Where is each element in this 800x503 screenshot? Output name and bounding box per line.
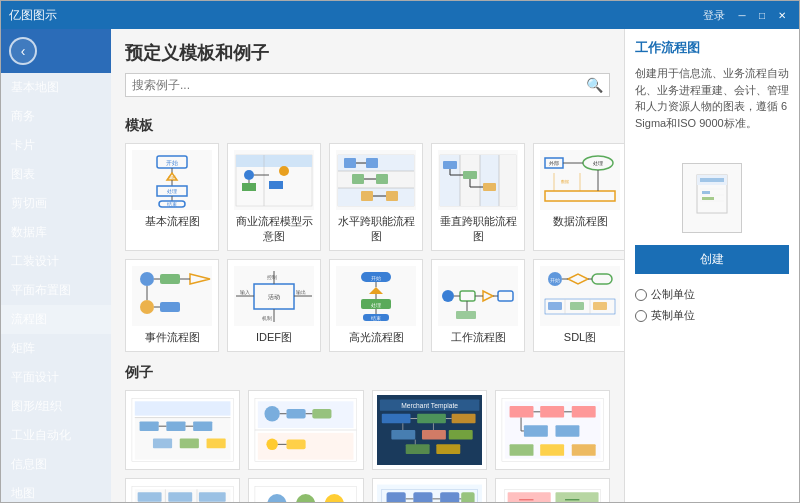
svg-rect-137 — [381, 414, 410, 424]
close-button[interactable]: ✕ — [773, 7, 791, 23]
svg-rect-66 — [160, 302, 180, 312]
sidebar-item-basic[interactable]: 基本地图 — [1, 73, 111, 102]
sidebar-item-org[interactable]: 图形/组织 — [1, 392, 111, 421]
sidebar-item-db[interactable]: 数据库 — [1, 218, 111, 247]
svg-marker-62 — [190, 274, 210, 284]
imperial-unit-option[interactable]: 英制单位 — [635, 305, 789, 326]
svg-rect-158 — [555, 425, 579, 436]
center-panel: 预定义模板和例子 🔍 模板 开始 — [111, 29, 624, 502]
login-link[interactable]: 登录 — [703, 8, 725, 23]
sidebar-item-map[interactable]: 地图 — [1, 479, 111, 502]
example-item-2[interactable] — [248, 390, 363, 470]
template-data-flow[interactable]: 外部 处理 数据 数据流程图 — [533, 143, 624, 251]
title-bar: 亿图图示 登录 ─ □ ✕ — [1, 1, 799, 29]
right-panel-description: 创建用于信息流、业务流程自动化、业务进程重建、会计、管理和人力资源人物的图表，遵… — [635, 65, 789, 131]
svg-text:外部: 外部 — [549, 160, 559, 166]
sidebar-item-card[interactable]: 卡片 — [1, 131, 111, 160]
template-swim-h[interactable]: 水平跨职能流程图 — [329, 143, 423, 251]
svg-rect-170 — [138, 492, 162, 502]
sidebar-item-business[interactable]: 商务 — [1, 102, 111, 131]
svg-rect-163 — [572, 444, 596, 455]
svg-rect-17 — [269, 181, 283, 189]
sidebar-item-fashion[interactable]: 工装设计 — [1, 247, 111, 276]
example-item-3[interactable]: Merchant Template — [372, 390, 487, 470]
svg-marker-100 — [568, 274, 588, 284]
metric-unit-option[interactable]: 公制单位 — [635, 284, 789, 305]
svg-rect-45 — [483, 183, 496, 191]
sidebar-item-clip[interactable]: 剪切画 — [1, 189, 111, 218]
svg-rect-281 — [702, 191, 710, 194]
template-biz-flow[interactable]: 商业流程模型示意图 — [227, 143, 321, 251]
sidebar: ‹ 基本地图 商务 卡片 图表 剪切画 数据库 工装设计 平面布置图 流程图 矩… — [1, 29, 111, 502]
template-work-flow[interactable]: 工作流程图 — [431, 259, 525, 352]
back-button[interactable]: ‹ — [9, 37, 37, 65]
imperial-label: 英制单位 — [651, 308, 695, 323]
svg-rect-162 — [540, 444, 564, 455]
svg-text:处理: 处理 — [371, 302, 381, 308]
svg-point-126 — [265, 406, 280, 421]
right-panel-title: 工作流程图 — [635, 39, 789, 57]
svg-rect-193 — [386, 492, 405, 502]
svg-rect-44 — [463, 171, 477, 179]
template-thumb-event-flow — [132, 266, 212, 326]
example-item-6[interactable] — [248, 478, 363, 502]
template-event-flow[interactable]: 事件流程图 — [125, 259, 219, 352]
template-thumb-biz — [234, 150, 314, 210]
svg-rect-29 — [352, 174, 364, 184]
svg-rect-195 — [440, 492, 459, 502]
search-input[interactable] — [132, 78, 582, 92]
example-item-8[interactable] — [495, 478, 610, 502]
right-panel: 工作流程图 创建用于信息流、业务流程自动化、业务进程重建、会计、管理和人力资源人… — [624, 29, 799, 502]
svg-rect-23 — [338, 188, 414, 206]
sidebar-item-industrial[interactable]: 工业自动化 — [1, 421, 111, 450]
svg-text:输入: 输入 — [240, 289, 250, 295]
sidebar-item-floor[interactable]: 平面布置图 — [1, 276, 111, 305]
example-item-4[interactable] — [495, 390, 610, 470]
template-thumb-basic: 开始 判断 处理 结束 — [132, 150, 212, 210]
sidebar-item-chart[interactable]: 图表 — [1, 160, 111, 189]
unit-options: 公制单位 英制单位 — [635, 284, 789, 326]
svg-text:活动: 活动 — [268, 294, 280, 300]
svg-rect-15 — [242, 183, 256, 191]
template-thumb-swim-h — [336, 150, 416, 210]
sidebar-item-graphic[interactable]: 平面设计 — [1, 363, 111, 392]
template-idef[interactable]: 活动 输入 输出 控制 机制 IDEF图 — [227, 259, 321, 352]
svg-rect-128 — [313, 409, 332, 419]
svg-rect-107 — [548, 302, 562, 310]
example-thumb-1 — [130, 395, 235, 465]
svg-rect-27 — [366, 158, 378, 168]
svg-text:开始: 开始 — [371, 275, 381, 281]
page-title: 预定义模板和例子 — [125, 41, 610, 65]
svg-rect-39 — [499, 155, 516, 206]
svg-rect-277 — [700, 178, 724, 182]
create-button[interactable]: 创建 — [635, 245, 789, 274]
svg-rect-282 — [702, 197, 714, 200]
app-title: 亿图图示 — [9, 7, 57, 24]
svg-point-65 — [140, 300, 154, 314]
svg-rect-115 — [166, 421, 185, 431]
svg-marker-91 — [483, 291, 493, 301]
sidebar-item-flow[interactable]: 流程图 — [1, 305, 111, 334]
sidebar-item-matrix[interactable]: 矩阵 — [1, 334, 111, 363]
template-basic-flow[interactable]: 开始 判断 处理 结束 — [125, 143, 219, 251]
sidebar-item-info[interactable]: 信息图 — [1, 450, 111, 479]
example-item-1[interactable] — [125, 390, 240, 470]
svg-rect-161 — [509, 444, 533, 455]
svg-text:处理: 处理 — [167, 188, 177, 194]
svg-point-60 — [140, 272, 154, 286]
template-highlight[interactable]: 开始 处理 结束 高光流程图 — [329, 259, 423, 352]
templates-section-title: 模板 — [125, 117, 610, 135]
example-item-7[interactable] — [372, 478, 487, 502]
template-thumb-highlight: 开始 处理 结束 — [336, 266, 416, 326]
svg-rect-127 — [287, 409, 306, 419]
example-thumb-4 — [500, 395, 605, 465]
template-thumb-sdl: 开始 — [540, 266, 620, 326]
imperial-radio[interactable] — [635, 310, 647, 322]
example-item-5[interactable] — [125, 478, 240, 502]
minimize-button[interactable]: ─ — [733, 7, 751, 23]
svg-rect-152 — [509, 406, 533, 417]
maximize-button[interactable]: □ — [753, 7, 771, 23]
template-sdl[interactable]: 开始 — [533, 259, 624, 352]
metric-radio[interactable] — [635, 289, 647, 301]
template-swim-v[interactable]: 垂直跨职能流程图 — [431, 143, 525, 251]
